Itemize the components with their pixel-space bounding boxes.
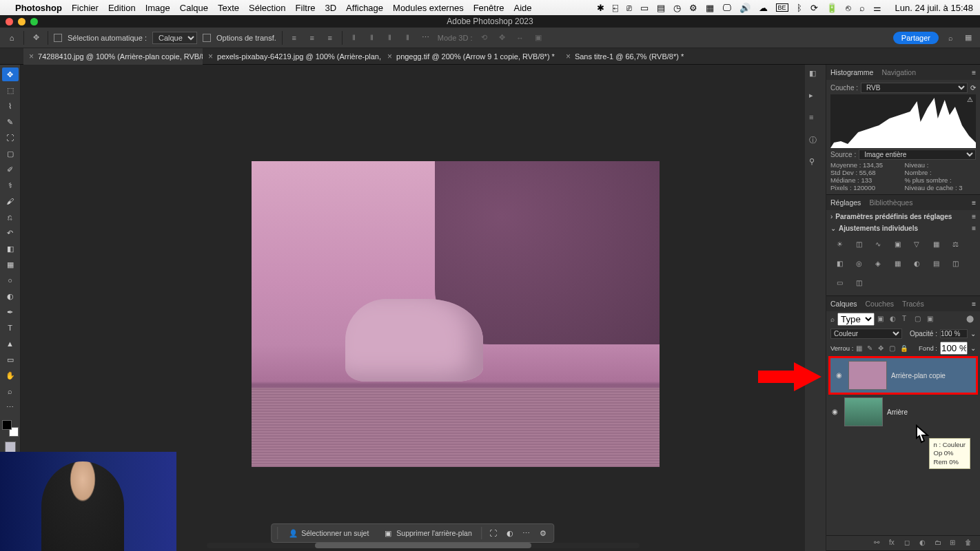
menu-plugins[interactable]: Modules externes [393, 3, 464, 13]
crop-tool[interactable]: ⛶ [2, 131, 19, 145]
lock-all-icon[interactable]: 🔒 [900, 344, 908, 353]
search-icon[interactable]: ⌕ [830, 315, 835, 323]
list-icon[interactable]: ≡ [972, 213, 976, 220]
zoom-tool[interactable]: ⌕ [2, 384, 19, 398]
canvas-image[interactable] [252, 161, 660, 467]
tray-butterfly-icon[interactable]: ✱ [597, 3, 604, 13]
gradient-map-icon[interactable]: ▭ [833, 276, 846, 289]
navigation-tab[interactable]: Navigation [881, 68, 916, 76]
menu-selection[interactable]: Sélection [249, 3, 285, 13]
shape-filter-icon[interactable]: ▢ [915, 315, 924, 324]
threshold-icon[interactable]: ◫ [949, 257, 961, 269]
color-panel-icon[interactable]: ◧ [809, 69, 821, 81]
tab-close-icon[interactable]: × [387, 52, 392, 61]
dodge-tool[interactable]: ◐ [2, 289, 19, 303]
tray-bluetooth-icon[interactable]: ᛒ [797, 3, 802, 13]
distribute-top-icon[interactable]: ⫴ [348, 32, 360, 44]
lasso-tool[interactable]: ⌇ [2, 99, 19, 113]
warning-icon[interactable]: ⚠ [967, 96, 973, 103]
brightness-icon[interactable]: ☀ [833, 238, 846, 250]
marquee-tool[interactable]: ⬚ [2, 83, 19, 97]
presets-row[interactable]: › Paramètres prédéfinis des réglages ≡ [830, 213, 976, 220]
layer-item[interactable]: ◉ Arrière-plan copie [830, 358, 976, 393]
tray-sound-icon[interactable]: 🔊 [739, 3, 751, 13]
selective-color-icon[interactable]: ◫ [853, 276, 865, 289]
tray-puzzle-icon[interactable]: ⚙ [689, 3, 697, 13]
histogram-tab[interactable]: Histogramme [830, 68, 873, 76]
layer-name[interactable]: Arrière-plan copie [891, 372, 946, 380]
visibility-eye-icon[interactable]: ◉ [836, 371, 844, 380]
layer-thumbnail[interactable] [844, 397, 883, 426]
minimize-window-button[interactable] [18, 18, 25, 25]
path-select-tool[interactable]: ▲ [2, 337, 19, 351]
lock-position-icon[interactable]: ✥ [878, 344, 886, 353]
document-tab-1[interactable]: ×pexels-pixabay-64219.jpg @ 100% (Arrièr… [203, 48, 382, 65]
menu-view[interactable]: Affichage [346, 3, 383, 13]
tray-display-icon[interactable]: ▭ [640, 3, 649, 13]
fill-input[interactable] [940, 342, 968, 355]
auto-select-checkbox[interactable] [54, 34, 62, 42]
channel-select[interactable]: RVB [861, 83, 968, 93]
tray-monitor-icon[interactable]: 🖵 [722, 3, 731, 13]
visibility-eye-icon[interactable]: ◉ [832, 408, 840, 416]
tab-close-icon[interactable]: × [566, 52, 571, 61]
search-icon[interactable]: ⌕ [944, 32, 957, 44]
panel-menu-icon[interactable]: ≡ [972, 69, 976, 76]
distribute-vcenter-icon[interactable]: ⫴ [366, 32, 378, 44]
history-brush-tool[interactable]: ↶ [2, 226, 19, 240]
document-tab-2[interactable]: ×pngegg.tif @ 200% (Arrow 9 1 copie, RVB… [382, 48, 560, 65]
channels-tab[interactable]: Couches [866, 300, 894, 308]
edit-toolbar[interactable]: ⋯ [2, 400, 19, 414]
menu-edit[interactable]: Edition [108, 3, 136, 13]
libraries-panel-icon[interactable]: ≡ [809, 113, 821, 125]
type-filter-icon[interactable]: T [902, 315, 912, 324]
refresh-icon[interactable]: ⟳ [970, 84, 976, 92]
tray-wifi-icon[interactable]: ⎋ [846, 3, 851, 13]
tray-grid-icon[interactable]: ▦ [706, 3, 714, 13]
workspace-icon[interactable]: ▦ [962, 32, 974, 44]
lock-artboard-icon[interactable]: ▢ [889, 344, 897, 353]
menu-filter[interactable]: Filtre [296, 3, 316, 13]
transform-checkbox[interactable] [203, 34, 211, 42]
select-subject-button[interactable]: 👤Sélectionner un sujet [283, 526, 373, 541]
share-button[interactable]: Partager [893, 32, 939, 44]
opacity-input[interactable] [940, 329, 968, 338]
more-options-icon[interactable]: ⋯ [521, 528, 532, 539]
hand-tool[interactable]: ✋ [2, 368, 19, 382]
adjustment-filter-icon[interactable]: ◐ [890, 315, 899, 324]
link-layers-icon[interactable]: ⚯ [874, 539, 884, 548]
tab-close-icon[interactable]: × [29, 52, 34, 61]
color-balance-icon[interactable]: ⚖ [949, 238, 961, 250]
filter-type-select[interactable]: Type [837, 313, 875, 326]
auto-select-target-select[interactable]: Calque [152, 32, 197, 44]
properties-panel-icon[interactable]: ⚲ [809, 157, 821, 169]
type-tool[interactable]: T [2, 321, 19, 335]
properties-icon[interactable]: ⚙ [538, 528, 549, 539]
eraser-tool[interactable]: ◧ [2, 242, 19, 256]
info-panel-icon[interactable]: ⓘ [809, 135, 821, 147]
layer-thumbnail[interactable] [848, 361, 887, 390]
document-tab-0[interactable]: ×74288410.jpg @ 100% (Arrière-plan copie… [23, 48, 203, 65]
swatches-panel-icon[interactable]: ▸ [809, 91, 821, 103]
paths-tab[interactable]: Tracés [902, 300, 924, 308]
tab-close-icon[interactable]: × [208, 52, 213, 61]
posterize-icon[interactable]: ▤ [930, 257, 942, 269]
menubar-clock[interactable]: Lun. 24 juil. à 15:48 [895, 3, 973, 13]
channel-mixer-icon[interactable]: ◈ [872, 257, 884, 269]
menu-file[interactable]: Fichier [72, 3, 99, 13]
more-icon[interactable]: ⋯ [420, 32, 432, 44]
chevron-down-icon[interactable]: ⌄ [970, 330, 976, 337]
pixel-filter-icon[interactable]: ▣ [877, 315, 887, 324]
document-tab-3[interactable]: ×Sans titre-1 @ 66,7% (RVB/8*) * [560, 48, 689, 65]
chevron-down-icon[interactable]: ⌄ [970, 344, 976, 352]
mask-icon[interactable]: ◻ [904, 539, 914, 548]
brush-tool[interactable]: 🖌 [2, 194, 19, 208]
tray-clock-icon[interactable]: ◷ [673, 3, 681, 13]
adjustment-layer-icon[interactable]: ◐ [919, 539, 929, 548]
quick-select-tool[interactable]: ✎ [2, 115, 19, 129]
tray-sync-icon[interactable]: ⟳ [810, 3, 818, 13]
current-color-swatch[interactable] [5, 441, 16, 453]
blend-mode-select[interactable]: Couleur [830, 329, 902, 339]
align-right-icon[interactable]: ≡ [324, 32, 336, 44]
exposure-icon[interactable]: ▣ [891, 238, 904, 250]
